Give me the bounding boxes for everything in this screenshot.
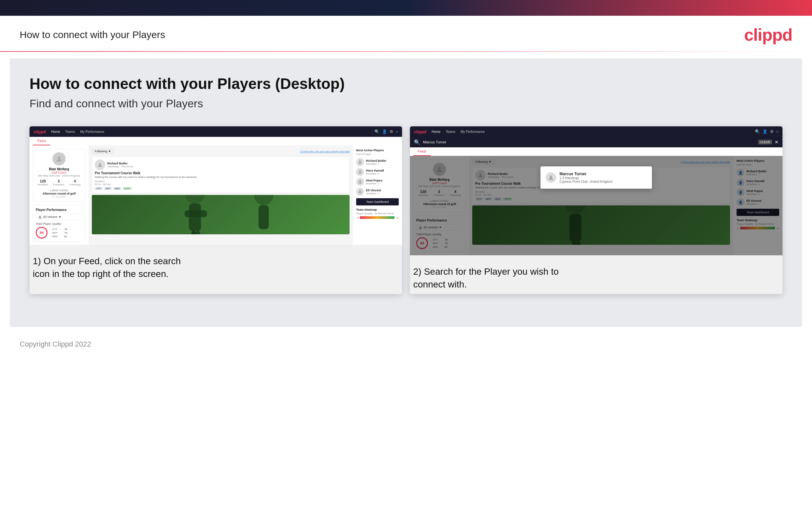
avatar-icon: ○	[396, 129, 398, 134]
mini-nav-2: clippd Home Teams My Performance 🔍 👤 ⚙ ○	[410, 126, 782, 137]
svg-point-16	[359, 190, 361, 192]
activities-count: 129	[38, 179, 48, 183]
following-label: Following	[69, 183, 80, 186]
close-icon[interactable]: ✕	[775, 139, 778, 145]
activity-duration-label: Duration	[95, 180, 347, 183]
followers-count: 3	[53, 179, 64, 183]
person-icon-2: 👤	[762, 129, 767, 134]
mini-player-performance: Player Performance Eli Vincent ▼ Total P…	[33, 205, 85, 242]
svg-point-10	[254, 195, 273, 205]
player-avatar-3	[356, 178, 364, 186]
caption-text-1: 1) On your Feed, click on the searchicon…	[33, 255, 399, 280]
svg-rect-11	[258, 205, 269, 229]
search-icon: 🔍	[375, 129, 379, 134]
score-circle: 84	[36, 227, 48, 239]
mini-profile-role: Golf Coach	[35, 171, 83, 174]
tag-ott: OTT	[95, 187, 103, 190]
activity-title: Pre Tournament Course Walk	[95, 171, 347, 175]
svg-point-4	[185, 195, 205, 204]
following-btn[interactable]: Following ▼	[92, 149, 114, 154]
mini-nav-2-performance: My Performance	[461, 130, 484, 134]
mini-feed-layout: Blair McHarg Golf Coach Mill Ride Golf C…	[30, 145, 402, 245]
most-active-title: Most Active Players	[356, 149, 399, 152]
activity-tags: OTT APP ARG PUTT	[95, 187, 347, 190]
svg-point-20	[479, 174, 481, 176]
svg-rect-12	[192, 231, 196, 234]
player-item-1: Richard Butler Activities: 7	[356, 158, 399, 166]
screenshot-2: clippd Home Teams My Performance 🔍 👤 ⚙ ○…	[410, 126, 782, 294]
team-heatmap-title: Team Heatmap	[356, 208, 399, 211]
mini-left-panel: Blair McHarg Golf Coach Mill Ride Golf C…	[30, 145, 89, 245]
activity-user-info: Richard Butler Yesterday · The Grove	[107, 162, 134, 168]
team-heatmap-sub: Player Quality · 20 Round Trend	[356, 212, 399, 215]
heatmap-bar	[360, 216, 394, 219]
mini-nav-my-performance: My Performance	[80, 130, 104, 134]
mini-activity-header: Richard Butler Yesterday · The Grove	[95, 160, 347, 170]
search-icon-2: 🔍	[755, 129, 760, 134]
player-info-2: Piers Parnell Activities: 4	[366, 169, 384, 175]
result-avatar	[546, 172, 556, 183]
mini-feed-tab-2: Feed	[413, 147, 431, 156]
quality-label: Total Player Quality	[36, 222, 82, 225]
settings-icon-2: ⚙	[770, 129, 774, 134]
page-title: How to connect with your Players	[20, 29, 165, 40]
footer: Copyright Clippd 2022	[0, 333, 812, 355]
caption-text-2: 2) Search for the Player you wish toconn…	[413, 265, 779, 291]
search-input[interactable]: Marcus Turner	[423, 140, 756, 144]
search-dropdown: Marcus Turner 1-5 Handicap Cypress Point…	[540, 166, 652, 189]
result-club: Cypress Point Club, United Kingdom	[560, 180, 613, 183]
copyright: Copyright Clippd 2022	[20, 340, 91, 348]
mini-nav-2-teams: Teams	[446, 130, 455, 134]
main-subtitle: Find and connect with your Players	[30, 97, 782, 110]
avatar-icon-2: ○	[776, 129, 778, 134]
result-info: Marcus Turner 1-5 Handicap Cypress Point…	[560, 172, 613, 183]
person-icon: 👤	[382, 129, 387, 134]
mini-logo-1: clippd	[34, 129, 46, 134]
mini-following-bar: Following ▼ Control who can see your act…	[92, 149, 349, 154]
player-info-1: Richard Butler Activities: 7	[366, 159, 386, 165]
mini-player-select[interactable]: Eli Vincent ▼	[36, 214, 82, 220]
mini-avatar-large-2	[433, 163, 446, 176]
svg-rect-6	[185, 210, 207, 217]
svg-point-13	[359, 161, 361, 162]
svg-point-18	[438, 167, 441, 170]
logo: clippd	[744, 25, 792, 45]
bar-ott: OTT 79	[52, 228, 67, 231]
result-handicap: 1-5 Handicap	[560, 176, 613, 180]
team-dashboard-btn[interactable]: Team Dashboard	[356, 198, 399, 205]
control-link[interactable]: Control who can see your activity and da…	[300, 150, 349, 153]
settings-icon: ⚙	[390, 129, 393, 134]
activities-label: Activities	[38, 183, 48, 186]
activity-date: 27 Jul 2022	[35, 195, 83, 198]
mini-profile-card-2: Blair McHarg Golf Coach Mill Ride Golf C…	[413, 159, 466, 212]
mini-center-feed: Following ▼ Control who can see your act…	[89, 145, 353, 245]
search-bar: 🔍 Marcus Turner CLEAR ✕	[410, 137, 782, 147]
tag-app: APP	[104, 187, 112, 190]
mini-nav-2-home: Home	[432, 130, 440, 134]
mini-golfer-image	[92, 195, 349, 234]
svg-rect-23	[572, 242, 576, 245]
svg-point-2	[99, 163, 101, 165]
mini-logo-2: clippd	[414, 129, 426, 134]
svg-point-0	[58, 157, 60, 159]
player-item-2: Piers Parnell Activities: 4	[356, 168, 399, 176]
player-perf-title: Player Performance	[36, 208, 82, 212]
player-avatar-2	[356, 168, 364, 176]
search-result[interactable]: Marcus Turner 1-5 Handicap Cypress Point…	[544, 170, 649, 185]
mini-stats-row: 129 Activities 3 Followers 4 Following	[35, 179, 83, 186]
activity-name: Afternoon round of golf	[35, 192, 83, 195]
caption-1: 1) On your Feed, click on the searchicon…	[30, 245, 402, 284]
mini-nav-teams: Teams	[65, 130, 75, 134]
mini-stat-followers: 3 Followers	[53, 179, 64, 186]
main-content: How to connect with your Players (Deskto…	[10, 58, 802, 327]
mini-avatar-large	[52, 152, 65, 165]
clear-button[interactable]: CLEAR	[758, 140, 772, 144]
mini-stat-following: 4 Following	[69, 179, 80, 186]
result-name: Marcus Turner	[560, 172, 613, 176]
player-item-4: Eli Vincent Activities: 1	[356, 188, 399, 196]
activity-duration-value: 02 hr : 00 min	[95, 183, 347, 186]
mini-right-panel: Most Active Players Last 30 days Richard…	[353, 145, 402, 245]
screenshots-row: clippd Home Teams My Performance 🔍 👤 ⚙ ○…	[30, 126, 782, 294]
svg-rect-24	[576, 242, 580, 245]
tag-arg: ARG	[113, 187, 121, 190]
